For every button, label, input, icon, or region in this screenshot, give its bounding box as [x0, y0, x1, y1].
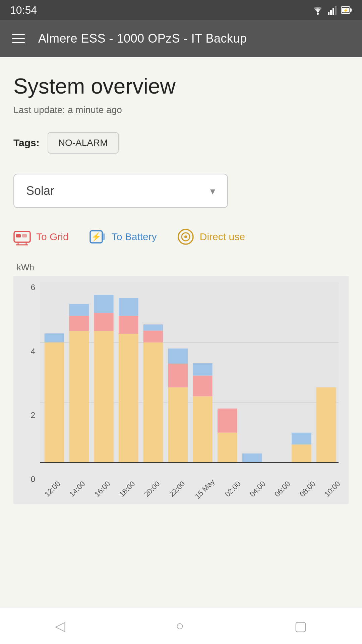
recents-button[interactable]: ▢ — [294, 618, 307, 634]
bar-chart — [40, 283, 339, 484]
chart-legend: To Grid ⚡ To Battery Direct use — [13, 228, 349, 246]
svg-rect-28 — [69, 331, 88, 463]
svg-rect-31 — [94, 331, 113, 463]
legend-item-battery: ⚡ To Battery — [89, 228, 157, 246]
svg-rect-27 — [45, 333, 64, 342]
svg-rect-29 — [69, 316, 88, 331]
y-label-4: 4 — [31, 347, 35, 356]
tags-label: Tags: — [13, 137, 40, 149]
x-axis: 12:00 14:00 16:00 18:00 20:00 22:00 15 M… — [40, 485, 339, 504]
status-bar: 10:54 ⚡ — [0, 0, 362, 20]
svg-rect-43 — [193, 396, 212, 463]
legend-direct-label: Direct use — [200, 231, 245, 243]
svg-rect-16 — [102, 233, 105, 240]
wifi-icon — [312, 5, 324, 15]
page-title: System overview — [13, 74, 349, 99]
chart-section: kWh 6 4 2 0 — [13, 262, 349, 504]
svg-rect-6 — [350, 8, 352, 12]
svg-rect-2 — [330, 10, 332, 15]
status-icons: ⚡ — [312, 5, 352, 15]
svg-rect-47 — [218, 409, 237, 433]
svg-rect-11 — [22, 234, 27, 237]
battery-icon: ⚡ — [341, 5, 352, 15]
svg-text:⚡: ⚡ — [343, 8, 348, 13]
tags-row: Tags: NO-ALARM — [13, 132, 349, 154]
menu-button[interactable] — [12, 34, 25, 43]
battery-charge-icon: ⚡ — [89, 228, 106, 246]
svg-rect-10 — [16, 234, 21, 237]
svg-rect-1 — [328, 12, 329, 15]
svg-rect-34 — [119, 334, 138, 463]
chevron-down-icon: ▾ — [210, 185, 215, 197]
signal-icon — [328, 5, 337, 15]
back-button[interactable]: ◁ — [55, 618, 65, 634]
bottom-nav: ◁ ○ ▢ — [0, 607, 362, 644]
svg-rect-40 — [168, 387, 187, 463]
svg-rect-32 — [94, 313, 113, 331]
svg-rect-51 — [316, 387, 336, 463]
svg-rect-50 — [292, 433, 311, 444]
svg-rect-33 — [94, 295, 113, 313]
svg-rect-26 — [45, 342, 64, 463]
svg-rect-42 — [168, 348, 187, 364]
dropdown-label: Solar — [26, 184, 54, 198]
last-update: Last update: a minute ago — [13, 105, 349, 115]
direct-use-icon — [177, 228, 194, 246]
svg-rect-49 — [292, 444, 311, 463]
svg-rect-35 — [119, 316, 138, 334]
legend-grid-label: To Grid — [36, 231, 69, 243]
status-time: 10:54 — [10, 4, 37, 16]
svg-text:⚡: ⚡ — [91, 232, 101, 241]
svg-rect-30 — [69, 304, 88, 316]
svg-rect-41 — [168, 364, 187, 387]
svg-rect-4 — [335, 6, 337, 15]
svg-rect-36 — [119, 298, 138, 316]
grid-icon — [13, 228, 31, 246]
svg-rect-38 — [143, 331, 163, 342]
y-axis: 6 4 2 0 — [13, 283, 39, 484]
chart-inner — [40, 283, 339, 484]
svg-point-0 — [317, 13, 319, 15]
chart-container: 6 4 2 0 — [13, 276, 349, 504]
svg-rect-44 — [193, 375, 212, 396]
solar-dropdown[interactable]: Solar ▾ — [13, 174, 228, 208]
y-label-0: 0 — [31, 475, 35, 484]
app-bar: Almere ESS - 1000 OPzS - IT Backup — [0, 20, 362, 57]
svg-rect-45 — [193, 363, 212, 375]
svg-rect-48 — [242, 453, 262, 463]
svg-rect-39 — [143, 324, 163, 330]
legend-item-direct: Direct use — [177, 228, 245, 246]
home-button[interactable]: ○ — [176, 618, 184, 633]
y-label-2: 2 — [31, 411, 35, 420]
legend-battery-label: To Battery — [112, 231, 157, 243]
y-label-6: 6 — [31, 283, 35, 292]
svg-rect-46 — [218, 433, 237, 463]
chart-ylabel: kWh — [13, 262, 349, 273]
main-content: System overview Last update: a minute ag… — [0, 57, 362, 524]
tag-no-alarm: NO-ALARM — [48, 132, 119, 154]
svg-point-20 — [184, 235, 187, 238]
svg-rect-37 — [143, 342, 163, 463]
app-title: Almere ESS - 1000 OPzS - IT Backup — [38, 32, 247, 46]
legend-item-grid: To Grid — [13, 228, 69, 246]
svg-rect-3 — [333, 8, 334, 15]
